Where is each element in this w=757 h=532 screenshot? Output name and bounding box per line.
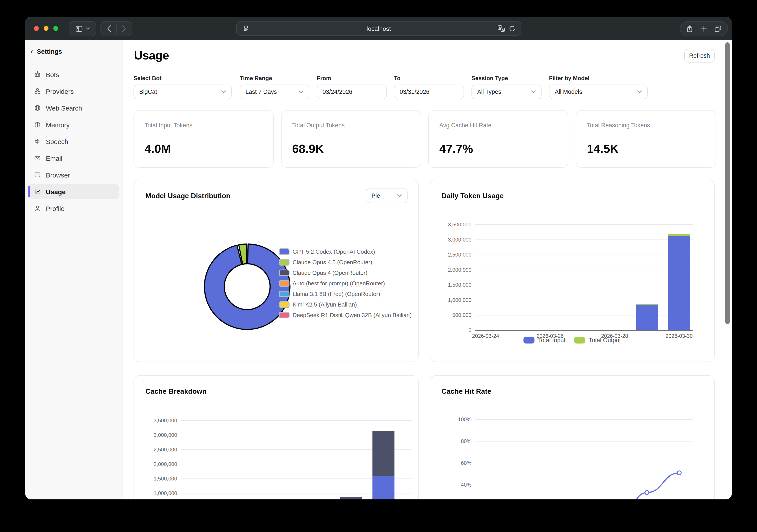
legend-label: Total Output (589, 337, 621, 343)
settings-sidebar: ‹ Settings BotsProvidersWeb SearchMemory… (25, 40, 123, 499)
chevron-left-icon: ‹ (30, 47, 33, 56)
chevron-down-icon (221, 90, 226, 93)
bot-icon (34, 71, 41, 78)
usage-page: Usage Refresh Select BotBigCatTime Range… (123, 40, 732, 499)
screen: localhost ‹ Settings BotsProvidersWeb Se… (0, 0, 757, 532)
sidebar-item-browser[interactable]: Browser (28, 167, 119, 182)
svg-text:2,500,000: 2,500,000 (448, 252, 471, 258)
back-icon[interactable] (107, 25, 111, 32)
legend-item[interactable]: GPT-5.2 Codex (OpenAI Codex) (279, 246, 411, 257)
sidebar-item-profile[interactable]: Profile (28, 201, 119, 216)
filter-time-range-select[interactable]: Last 7 Days (240, 85, 309, 99)
forward-icon[interactable] (121, 25, 126, 32)
sidebar-item-memory[interactable]: Memory (28, 117, 119, 132)
sidebar-item-web-search[interactable]: Web Search (28, 101, 119, 115)
sidebar-item-label: Bots (46, 71, 59, 78)
sidebar-item-label: Usage (46, 188, 66, 195)
daily-token-usage-legend: Total InputTotal Output (430, 337, 714, 343)
legend-label: Total Input (538, 337, 565, 343)
chevron-down-icon (299, 90, 304, 93)
usage-icon (34, 188, 41, 195)
translate-icon[interactable] (498, 25, 505, 32)
svg-text:3,000,000: 3,000,000 (448, 237, 471, 243)
sidebar-item-speech[interactable]: Speech (28, 134, 119, 149)
filter-to-input[interactable]: 03/31/2026 (394, 85, 464, 99)
daily-token-usage-chart: 0500,0001,000,0001,500,0002,000,0002,500… (430, 180, 715, 362)
address-bar[interactable]: localhost (236, 21, 521, 36)
cache-hit-rate-card: Cache Hit Rate 40%60%80%100% (430, 375, 715, 499)
share-icon[interactable] (686, 25, 693, 32)
stat-card-avg-cache-hit-rate: Avg Cache Hit Rate47.7% (428, 110, 568, 168)
legend-label: Auto (best for prompt) (OpenRouter) (292, 280, 385, 286)
new-tab-icon[interactable] (700, 25, 707, 32)
filter-label: Filter by Model (549, 75, 648, 81)
legend-item[interactable]: Total Input (524, 337, 565, 343)
sidebar-item-label: Browser (46, 171, 70, 179)
filter-label: Select Bot (134, 75, 232, 81)
email-icon (34, 155, 41, 162)
sidebar-item-bots[interactable]: Bots (28, 67, 119, 82)
filter-value: 03/31/2026 (400, 89, 429, 95)
close-window-button[interactable] (34, 26, 39, 31)
stat-label: Total Reasoning Tokens (587, 122, 650, 129)
legend-label: Claude Opus 4.5 (OpenRouter) (292, 259, 372, 265)
legend-swatch (279, 280, 289, 286)
filter-from-input[interactable]: 03/24/2026 (317, 85, 387, 99)
filter-session-type: Session TypeAll Types (471, 75, 541, 99)
sidebar-toggle-button[interactable] (69, 21, 96, 36)
svg-text:1,500,000: 1,500,000 (448, 282, 471, 288)
legend-label: DeepSeek R1 Distill Qwen 32B (Aliyun Bai… (292, 311, 411, 318)
sidebar-item-usage[interactable]: Usage (28, 184, 119, 199)
chevron-down-icon (86, 27, 90, 30)
sidebar-item-email[interactable]: Email (28, 151, 119, 165)
minimize-window-button[interactable] (44, 26, 48, 31)
filter-label: Time Range (240, 75, 309, 81)
legend-item[interactable]: Total Output (574, 337, 621, 343)
stat-card-total-input-tokens: Total Input Tokens4.0M (134, 110, 274, 168)
refresh-button[interactable]: Refresh (684, 49, 715, 63)
chevron-down-icon (637, 90, 642, 93)
toolbar-right-cluster (680, 21, 728, 36)
filter-session-type-select[interactable]: All Types (471, 85, 541, 99)
filter-filter-by-model-select[interactable]: All Models (549, 85, 648, 99)
legend-item[interactable]: DeepSeek R1 Distill Qwen 32B (Aliyun Bai… (279, 310, 411, 320)
legend-swatch (524, 337, 534, 343)
filter-label: To (394, 75, 464, 81)
filter-select-bot: Select BotBigCat (134, 75, 232, 99)
legend-item[interactable]: Kimi K2.5 (Aliyun Bailian) (279, 299, 411, 310)
legend-item[interactable]: Claude Opus 4.5 (OpenRouter) (279, 257, 411, 267)
legend-item[interactable]: Auto (best for prompt) (OpenRouter) (279, 278, 411, 288)
web-search-icon (34, 104, 41, 111)
svg-text:0: 0 (469, 327, 471, 333)
svg-text:40%: 40% (461, 482, 471, 488)
legend-item[interactable]: Claude Opus 4 (OpenRouter) (279, 267, 411, 278)
settings-back[interactable]: ‹ Settings (25, 40, 122, 63)
stat-card-total-reasoning-tokens: Total Reasoning Tokens14.5K (576, 110, 716, 168)
zoom-window-button[interactable] (53, 26, 58, 31)
svg-text:2,000,000: 2,000,000 (154, 461, 177, 467)
sidebar-item-label: Email (46, 154, 62, 162)
tabs-overview-icon[interactable] (714, 25, 722, 32)
legend-item[interactable]: Llama 3.1 8B (Free) (OpenRouter) (279, 288, 411, 299)
stat-value: 14.5K (587, 142, 619, 156)
svg-text:60%: 60% (461, 460, 471, 466)
reload-icon[interactable] (509, 25, 516, 32)
page-settings-icon[interactable] (242, 25, 249, 32)
sidebar-item-label: Memory (46, 121, 70, 128)
filter-time-range: Time RangeLast 7 Days (240, 75, 309, 99)
browser-icon (34, 171, 41, 178)
filter-from: From03/24/2026 (317, 75, 387, 99)
filter-value: All Models (555, 89, 582, 95)
legend-swatch (279, 259, 289, 265)
filter-label: From (317, 75, 387, 81)
sidebar-item-providers[interactable]: Providers (28, 84, 119, 99)
speech-icon (34, 138, 41, 145)
filter-select-bot-select[interactable]: BigCat (134, 85, 232, 99)
cache-breakdown-chart: 1,000,0001,500,0002,000,0002,500,0003,00… (134, 376, 419, 499)
stat-label: Total Input Tokens (144, 122, 192, 129)
scrollbar-thumb[interactable] (725, 42, 730, 324)
svg-text:2,500,000: 2,500,000 (154, 447, 177, 453)
filter-value: 03/24/2026 (322, 89, 352, 95)
legend-label: Claude Opus 4 (OpenRouter) (292, 269, 368, 276)
stat-card-total-output-tokens: Total Output Tokens68.9K (281, 110, 421, 168)
